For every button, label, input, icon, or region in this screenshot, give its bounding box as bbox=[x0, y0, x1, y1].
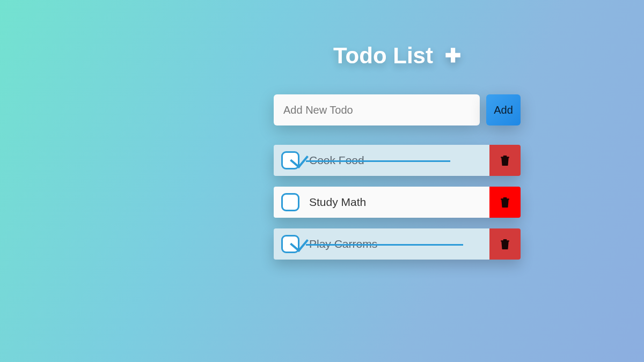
trash-icon bbox=[500, 197, 510, 208]
todo-main: Play Carroms bbox=[274, 228, 489, 260]
page-title: Todo List bbox=[333, 43, 433, 69]
delete-button[interactable] bbox=[489, 145, 521, 176]
todo-text: Play Carroms bbox=[309, 238, 377, 250]
todo-text: Study Math bbox=[309, 196, 366, 209]
checkbox-icon[interactable] bbox=[281, 235, 299, 253]
todo-item: Study Math bbox=[274, 187, 521, 218]
plus-icon[interactable]: ✚ bbox=[445, 46, 461, 65]
delete-button[interactable] bbox=[489, 228, 521, 260]
header: Todo List ✚ bbox=[274, 43, 521, 69]
todo-text: Cook Food bbox=[309, 154, 364, 167]
add-button[interactable]: Add bbox=[486, 94, 521, 125]
todo-main: Study Math bbox=[274, 187, 489, 218]
todo-item: Cook Food bbox=[274, 145, 521, 176]
trash-icon bbox=[500, 155, 510, 166]
todo-list: Cook Food Study Math Play Carr bbox=[274, 145, 521, 260]
todo-item: Play Carroms bbox=[274, 228, 521, 260]
todo-main: Cook Food bbox=[274, 145, 489, 176]
trash-icon bbox=[500, 239, 510, 249]
checkbox-icon[interactable] bbox=[281, 151, 299, 169]
delete-button[interactable] bbox=[489, 187, 521, 218]
checkbox-icon[interactable] bbox=[281, 193, 299, 211]
new-todo-input[interactable] bbox=[274, 94, 480, 125]
input-row: Add bbox=[274, 94, 521, 125]
todo-app: Todo List ✚ Add Cook Food Study Math bbox=[274, 43, 521, 260]
